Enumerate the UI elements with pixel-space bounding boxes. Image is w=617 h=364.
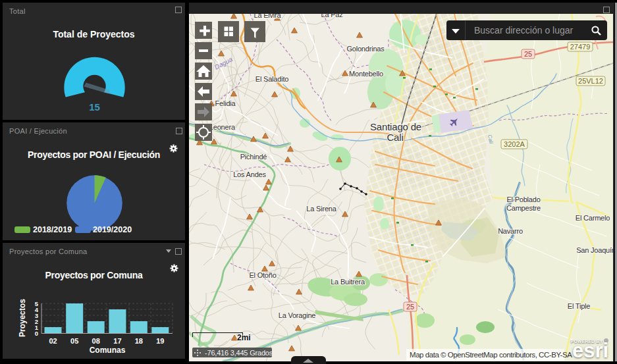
svg-text:El Tiple: El Tiple [568,302,591,310]
svg-text:Comunas: Comunas [90,346,126,355]
svg-text:2018/2019: 2018/2019 [33,225,72,234]
svg-text:Felidia: Felidia [215,99,236,107]
svg-text:2019/2020: 2019/2020 [93,225,132,234]
svg-text:Campestre: Campestre [506,204,541,212]
svg-text:Santiago de: Santiago de [370,121,421,132]
svg-text:17: 17 [113,337,121,345]
svg-text:La Paz: La Paz [321,14,342,18]
svg-text:Pichindé: Pichindé [240,153,267,161]
svg-text:La Buitrera: La Buitrera [331,278,365,286]
svg-text:El Poblado: El Poblado [506,195,540,203]
svg-text:25VL12: 25VL12 [578,77,603,85]
svg-text:El Otoño: El Otoño [249,271,276,279]
svg-text:0: 0 [35,330,38,337]
svg-text:El Carmelo: El Carmelo [576,214,610,222]
svg-text:15: 15 [89,101,100,113]
svg-text:Navarro: Navarro [498,227,523,235]
svg-text:18: 18 [135,337,143,345]
svg-text:Los Andes: Los Andes [233,170,266,178]
svg-text:3202A: 3202A [504,140,525,148]
svg-text:25: 25 [524,50,532,58]
svg-text:Golondrinas: Golondrinas [346,45,385,53]
svg-text:08: 08 [92,337,100,345]
svg-text:La Sirena: La Sirena [306,205,336,213]
svg-text:La Elvira: La Elvira [254,14,282,19]
svg-text:27479: 27479 [570,43,591,51]
svg-text:La Voragine: La Voragine [279,311,316,319]
svg-text:02: 02 [49,337,57,345]
svg-text:19: 19 [156,337,164,345]
svg-text:Cali: Cali [387,132,403,143]
svg-text:05: 05 [70,337,78,345]
svg-text:Proyectos: Proyectos [18,299,27,337]
svg-text:25: 25 [406,303,414,311]
svg-text:Montebello: Montebello [349,70,383,78]
svg-text:El Saladito: El Saladito [255,75,288,83]
svg-text:San Joaquín: San Joaquín [576,246,613,254]
